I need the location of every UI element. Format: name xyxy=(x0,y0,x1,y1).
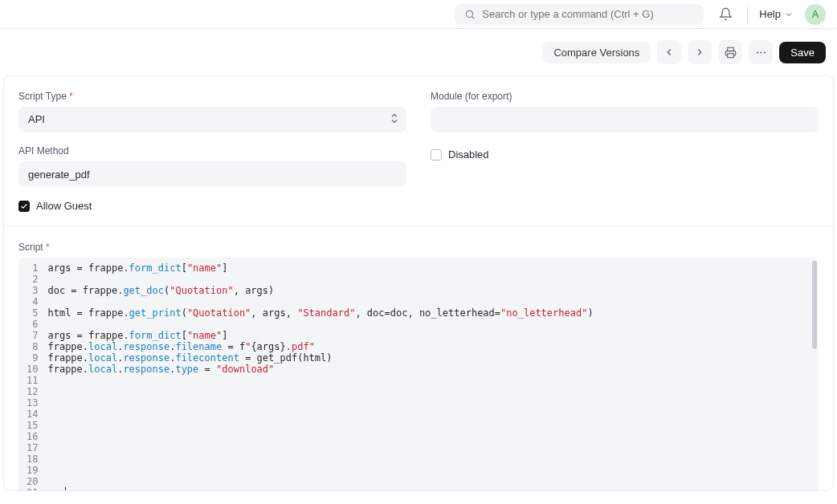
module-input[interactable] xyxy=(431,107,819,132)
chevron-right-icon xyxy=(694,47,705,58)
chevron-left-icon xyxy=(663,47,675,58)
printer-icon xyxy=(725,47,737,59)
divider xyxy=(747,6,748,23)
disabled-checkbox[interactable] xyxy=(431,149,442,161)
print-button[interactable] xyxy=(718,40,742,64)
help-menu[interactable]: Help xyxy=(759,8,794,20)
script-editor[interactable]: 123456789101112131415161718192021 args =… xyxy=(18,258,819,490)
editor-cursor xyxy=(65,487,66,490)
module-label: Module (for export) xyxy=(431,91,819,102)
chevron-down-icon xyxy=(784,10,794,19)
compare-versions-button[interactable]: Compare Versions xyxy=(542,42,651,63)
allow-guest-checkbox[interactable] xyxy=(18,201,30,212)
search-input[interactable] xyxy=(482,8,694,20)
svg-line-1 xyxy=(472,16,475,18)
search-box[interactable] xyxy=(455,4,704,25)
svg-point-0 xyxy=(467,10,473,17)
script-label: Script * xyxy=(18,242,819,253)
notifications-button[interactable] xyxy=(715,4,736,25)
svg-point-5 xyxy=(764,51,766,53)
editor-gutter: 123456789101112131415161718192021 xyxy=(18,258,43,490)
allow-guest-label: Allow Guest xyxy=(36,200,92,212)
api-method-label: API Method xyxy=(18,145,406,156)
editor-code[interactable]: args = frappe.form_dict["name"] doc = fr… xyxy=(43,258,819,490)
search-icon xyxy=(464,9,476,20)
help-label: Help xyxy=(759,8,781,20)
script-type-select[interactable]: API xyxy=(18,107,406,132)
svg-point-4 xyxy=(760,51,761,53)
disabled-label: Disabled xyxy=(448,148,489,161)
avatar[interactable]: A xyxy=(805,4,826,25)
prev-button[interactable] xyxy=(657,40,681,64)
next-button[interactable] xyxy=(688,40,712,64)
more-button[interactable] xyxy=(749,40,773,64)
svg-point-3 xyxy=(757,51,758,53)
check-icon xyxy=(20,202,28,210)
editor-scrollbar[interactable] xyxy=(812,261,817,349)
bell-icon xyxy=(719,7,733,21)
api-method-input[interactable] xyxy=(18,161,406,187)
save-button[interactable]: Save xyxy=(779,42,826,63)
form-container: Script Type * API API Method Allow xyxy=(3,75,834,491)
svg-rect-2 xyxy=(728,53,734,57)
script-type-label: Script Type * xyxy=(18,91,406,102)
more-horizontal-icon xyxy=(755,47,767,59)
